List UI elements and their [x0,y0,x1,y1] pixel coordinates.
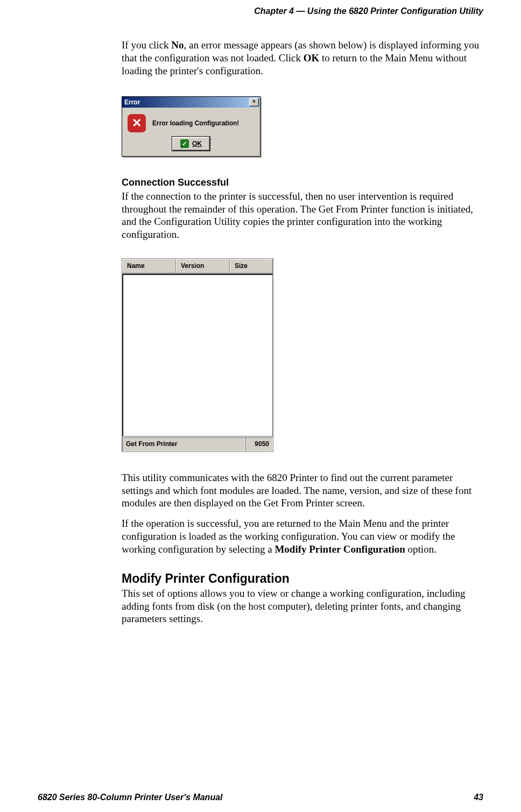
close-button[interactable]: × [249,98,259,107]
footer-title: 6820 Series 80-Column Printer User's Man… [38,793,223,802]
list-area[interactable] [122,274,273,436]
check-icon: ✓ [180,139,189,148]
check-glyph: ✓ [182,140,187,147]
close-icon: × [252,98,256,104]
header-dash: — [294,6,307,16]
running-footer: 6820 Series 80-Column Printer User's Man… [38,793,483,802]
dialog-button-row: ✓ OK [122,135,260,156]
get-from-printer-panel: Name Version Size Get From Printer 9050 [122,258,273,452]
status-bar: Get From Printer 9050 [122,436,273,451]
bold-ok: OK [304,52,320,63]
page-content: If you click No, an error message appear… [122,39,482,633]
header-title: Using the 6820 Printer Configuration Uti… [307,6,483,16]
col-version[interactable]: Version [176,259,230,273]
chapter-label: Chapter 4 [254,6,294,16]
x-icon: ✕ [132,117,142,129]
bold-no: No [171,39,184,51]
col-size[interactable]: Size [230,259,273,273]
subheading-connection-successful: Connection Successful [122,177,482,189]
dialog-titlebar: Error × [122,97,260,108]
error-dialog: Error × ✕ Error loading Configuration! ✓… [122,96,260,157]
list-header: Name Version Size [122,259,273,274]
ok-button[interactable]: ✓ OK [172,137,210,151]
status-number: 9050 [245,437,273,451]
paragraph: If the connection to the printer is succ… [122,190,482,241]
heading-modify-printer-configuration: Modify Printer Configuration [122,571,482,585]
text: If you click [122,39,171,51]
dialog-message: Error loading Configuration! [152,119,239,128]
col-name[interactable]: Name [122,259,176,273]
paragraph: This set of options allows you to view o… [122,587,482,625]
text: option. [405,543,436,555]
paragraph: If you click No, an error message appear… [122,39,482,77]
running-header: Chapter 4 — Using the 6820 Printer Confi… [254,6,483,16]
page-number: 43 [474,793,483,802]
dialog-body: ✕ Error loading Configuration! [122,108,260,135]
paragraph: This utility communicates with the 6820 … [122,471,482,510]
bold-modify-printer-config: Modify Printer Configuration [274,543,405,555]
status-text: Get From Printer [122,437,245,451]
error-icon: ✕ [128,114,146,132]
paragraph: If the operation is successful, you are … [122,517,482,555]
dialog-title: Error [124,98,140,107]
ok-label: OK [192,140,202,148]
